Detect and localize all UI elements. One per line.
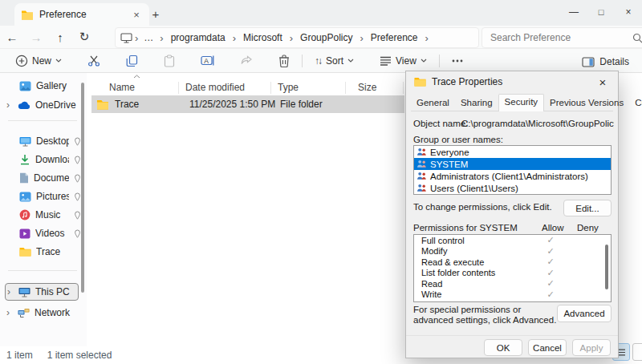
ellipsis-icon — [452, 59, 463, 63]
chevron-right-icon[interactable]: › — [159, 32, 164, 44]
ok-button[interactable]: OK — [484, 339, 522, 356]
breadcrumb-overflow[interactable]: … — [140, 32, 157, 43]
permissions-label: Permissions for SYSTEM — [413, 223, 518, 233]
apply-button[interactable]: Apply — [572, 339, 611, 356]
more-options-button[interactable] — [445, 51, 470, 71]
cut-button[interactable] — [80, 51, 108, 71]
breadcrumb-item-microsoft[interactable]: Microsoft — [238, 32, 287, 43]
sidebar-item-gallery[interactable]: Gallery — [5, 77, 82, 95]
new-button[interactable]: New — [8, 51, 69, 71]
breadcrumb-item-programdata[interactable]: programdata — [166, 32, 230, 43]
file-date-modified: 11/25/2025 1:50 PM — [189, 99, 280, 110]
paste-button[interactable] — [156, 51, 182, 71]
dialog-close-icon[interactable]: × — [595, 75, 610, 89]
column-header-type[interactable]: Type — [278, 82, 299, 93]
chevron-right-icon[interactable]: › — [289, 32, 294, 44]
copy-button[interactable] — [119, 51, 145, 71]
window-controls: — □ × — [560, 0, 642, 26]
sidebar-item-videos[interactable]: Videos — [5, 224, 82, 242]
cancel-button[interactable]: Cancel — [528, 339, 567, 356]
up-button[interactable]: ↑ — [48, 30, 72, 44]
sidebar-item-network[interactable]: › Network — [5, 304, 82, 322]
sidebar-scrollbar[interactable] — [81, 83, 84, 293]
tab-sharing[interactable]: Sharing — [455, 95, 498, 111]
breadcrumb-item-preference[interactable]: Preference — [366, 32, 423, 43]
permission-row-read-execute[interactable]: Read & execute ✓ — [414, 257, 611, 268]
permissions-scrollbar[interactable] — [605, 245, 608, 289]
permissions-header: Permissions for SYSTEM Allow Deny — [413, 223, 612, 233]
column-separator[interactable] — [178, 82, 179, 94]
share-button[interactable] — [233, 51, 260, 71]
sidebar-item-documents[interactable]: Documents — [5, 169, 82, 187]
file-list-header: Name Date modified Type Size — [91, 79, 406, 95]
explorer-tab[interactable]: Preference × — [14, 3, 149, 26]
permission-row-read[interactable]: Read ✓ — [414, 278, 611, 289]
group-item-users[interactable]: Users (Client1\Users) — [414, 182, 611, 194]
toolbar: New A — [0, 48, 642, 73]
sidebar-item-trace[interactable]: Trace — [5, 243, 82, 261]
advanced-button[interactable]: Advanced — [557, 305, 612, 322]
group-item-everyone[interactable]: Everyone — [414, 146, 611, 158]
sidebar-item-music[interactable]: Music — [5, 206, 82, 224]
new-tab-button[interactable]: + — [148, 6, 164, 22]
refresh-button[interactable]: ↻ — [72, 30, 96, 44]
maximize-button[interactable]: □ — [587, 0, 615, 26]
users-icon — [416, 184, 427, 192]
column-header-name[interactable]: Name — [109, 82, 135, 93]
chevron-right-icon[interactable]: › — [134, 32, 139, 44]
minimize-button[interactable]: — — [560, 0, 587, 26]
edit-button[interactable]: Edit... — [563, 200, 612, 216]
sidebar-item-downloads[interactable]: Downloads — [5, 151, 82, 168]
rename-button[interactable]: A — [193, 51, 221, 71]
sidebar-item-pictures[interactable]: Pictures — [5, 188, 82, 205]
column-separator[interactable] — [403, 82, 404, 94]
sidebar-item-desktop[interactable]: Desktop — [5, 132, 82, 150]
file-row-trace[interactable]: Trace 11/25/2025 1:50 PM File folder — [91, 95, 404, 113]
column-separator[interactable] — [270, 82, 271, 94]
group-item-label: Users (Client1\Users) — [430, 184, 518, 193]
tab-security[interactable]: Security — [498, 94, 545, 111]
details-pane-button[interactable]: Details — [575, 51, 636, 72]
tab-general[interactable]: General — [411, 95, 455, 111]
close-button[interactable]: × — [615, 0, 642, 26]
view-button[interactable]: View — [372, 51, 434, 71]
permission-row-list-folder-contents[interactable]: List folder contents ✓ — [414, 268, 611, 279]
column-header-date-modified[interactable]: Date modified — [185, 82, 245, 93]
view-button-label: View — [396, 55, 416, 67]
expand-chevron-icon[interactable]: › — [6, 99, 13, 111]
allow-checkmark-icon: ✓ — [542, 235, 559, 245]
sidebar-item-this-pc[interactable]: › This PC — [5, 283, 79, 301]
delete-button[interactable] — [271, 51, 297, 71]
users-icon — [416, 148, 427, 156]
column-header-size[interactable]: Size — [358, 82, 376, 93]
thumbnail-view-toggle-button[interactable] — [632, 343, 642, 361]
expand-chevron-icon[interactable]: › — [7, 286, 14, 297]
chevron-right-icon[interactable]: › — [425, 32, 429, 44]
group-item-administrators[interactable]: Administrators (Client1\Administrators) — [414, 170, 611, 182]
permission-row-write[interactable]: Write ✓ — [414, 289, 611, 301]
group-item-system[interactable]: SYSTEM — [414, 158, 611, 170]
search-box[interactable] — [482, 27, 642, 48]
permission-row-modify[interactable]: Modify ✓ — [414, 246, 611, 257]
tab-previous-versions[interactable]: Previous Versions — [544, 95, 629, 111]
back-button[interactable]: ← — [0, 30, 24, 44]
selection-count: 1 item selected — [47, 350, 112, 361]
permission-row-full-control[interactable]: Full control ✓ — [414, 235, 611, 246]
gallery-icon — [19, 81, 31, 91]
sidebar-divider — [8, 120, 77, 121]
forward-button[interactable]: → — [24, 30, 48, 44]
folder-icon — [96, 99, 109, 110]
breadcrumb-item-grouppolicy[interactable]: GroupPolicy — [295, 32, 357, 43]
breadcrumb: › … › programdata › Microsoft › GroupPol… — [115, 27, 479, 48]
sort-button[interactable]: ↑↓ Sort — [307, 51, 361, 71]
sidebar-item-onedrive[interactable]: › OneDrive — [5, 96, 82, 114]
chevron-right-icon[interactable]: › — [359, 32, 364, 44]
search-input[interactable] — [489, 31, 632, 44]
chevron-right-icon[interactable]: › — [232, 32, 237, 44]
column-separator[interactable] — [345, 82, 346, 94]
tab-close-icon[interactable]: × — [130, 9, 143, 21]
expand-chevron-icon[interactable]: › — [6, 307, 13, 318]
advanced-hint-text: For special permissions or advanced sett… — [413, 305, 558, 326]
tab-customize[interactable]: Customize — [629, 95, 642, 111]
toolbar-divider — [439, 55, 440, 67]
